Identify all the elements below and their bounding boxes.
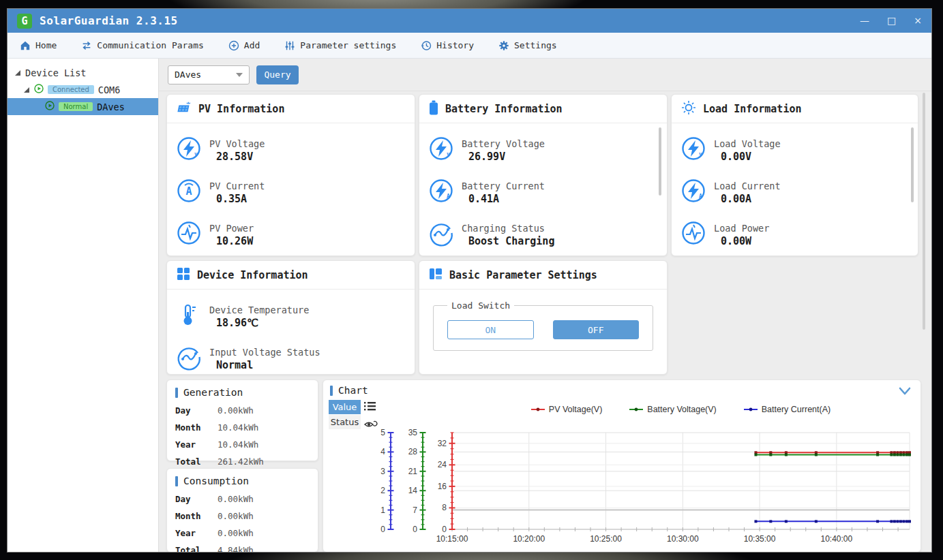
device-select[interactable]: DAves [168,65,250,84]
close-button[interactable]: × [914,9,922,33]
metric-label: PV Power [209,221,254,235]
bolt-a-icon: A [681,178,706,206]
menu-history[interactable]: History [421,40,474,51]
card-scrollbar[interactable] [659,127,661,196]
app-logo-icon: G [17,14,32,29]
tree-item-daves[interactable]: Normal DAves [8,98,158,115]
svg-text:10:20:00: 10:20:00 [513,534,545,544]
maximize-button[interactable]: □ [887,9,896,33]
play-circle-icon [45,101,55,112]
menu-parameter-settings[interactable]: Parameter settings [284,40,396,51]
svg-text:2: 2 [380,486,385,495]
card-title: Basic Parameter Settings [449,269,597,281]
metric-label: Device Temperature [209,303,309,317]
card-title: Load Information [703,103,802,115]
stat-row: Year10.04kWh [175,436,310,453]
menu-add[interactable]: Add [228,40,260,51]
device-temperature-row: Device Temperature 18.96℃ [167,295,415,337]
metric-label: Battery Current [462,179,545,193]
ampere-icon: A [177,178,201,206]
svg-text:14: 14 [408,486,418,495]
load-off-button[interactable]: OFF [553,320,640,339]
panel-title: Consumption [183,476,249,486]
metric-value: Normal [216,359,320,371]
generation-panel: Generation Day0.00kWh Month10.04kWh Year… [166,379,318,461]
menu-label: Home [35,40,57,50]
stat-row: Month10.04kWh [175,419,310,436]
pv-voltage-row: v PV Voltage 28.58V [167,129,415,171]
accent-bar [175,388,178,398]
load-on-button[interactable]: ON [447,320,534,339]
svg-text:21: 21 [408,467,418,476]
expand-triangle-icon[interactable] [23,84,30,95]
load-voltage-row: v Load Voltage 0.00V [672,129,918,171]
tree-item-com6[interactable]: Connected COM6 [8,81,158,98]
card-title: PV Information [198,103,284,115]
metric-value: 26.99V [468,151,545,163]
metric-label: Load Current [714,179,781,193]
device-information-card: Device Information Device Temperature 18… [166,260,415,375]
solar-panel-icon [177,101,192,117]
battery-information-card: Battery Information v Battery Voltage 26… [419,94,668,256]
accent-bar [175,476,178,486]
svg-text:3: 3 [380,467,385,476]
chevron-down-icon [236,73,243,77]
menu-label: Communication Params [97,40,204,50]
bolt-v-icon: v [681,136,706,164]
svg-text:24: 24 [438,460,447,469]
window-title: SolarGuardian 2.3.15 [40,14,178,27]
load-information-card: Load Information v Load Voltage 0.00V A … [671,94,918,256]
card-scrollbar[interactable] [911,127,914,202]
home-icon [20,40,31,51]
title-bar: G SolarGuardian 2.3.15 — □ × [8,9,931,33]
minimize-button[interactable]: — [860,9,869,33]
metric-value: Boost Charging [468,235,554,247]
charging-status-row: Charging Status Boost Charging [419,213,667,255]
metric-value: 0.00W [721,235,769,247]
bolt-v-icon: v [429,136,453,164]
device-tree: Device List Connected COM6 Normal DAves [8,59,159,552]
swap-arrows-icon [81,40,92,51]
svg-text:v: v [699,151,702,157]
svg-text:10:25:00: 10:25:00 [590,534,622,544]
svg-text:0: 0 [413,525,417,534]
battery-voltage-row: v Battery Voltage 26.99V [419,129,667,171]
device-select-value: DAves [175,69,201,80]
bolt-a-icon: A [429,178,453,206]
menu-settings[interactable]: Settings [498,40,557,51]
svg-text:16: 16 [438,482,447,491]
layout-icon [429,267,443,283]
menu-home[interactable]: Home [20,40,57,51]
load-switch-label: Load Switch [447,300,514,311]
load-switch-group: Load Switch ON OFF [433,300,653,351]
svg-text:v: v [194,151,198,157]
expand-triangle-icon[interactable] [14,67,21,78]
chart-panel: Chart Value Status PV Voltage(V)Battery … [323,379,921,552]
stat-row: Day0.00kWh [175,402,310,419]
svg-text:0: 0 [380,525,385,534]
bolt-v-icon: v [177,136,201,164]
thermometer-icon [177,302,201,330]
tree-root-device-list[interactable]: Device List [8,64,158,81]
svg-text:0: 0 [442,525,447,534]
main-scrollbar[interactable] [923,93,925,330]
query-button[interactable]: Query [256,65,299,84]
status-badge: Connected [48,85,94,94]
svg-text:A: A [699,193,702,200]
panel-title: Generation [183,387,243,398]
metric-value: 18.96℃ [216,317,309,329]
metric-label: PV Current [209,179,265,193]
menu-communication-params[interactable]: Communication Params [81,40,204,51]
stat-row: Year0.00kWh [175,525,310,542]
svg-text:35: 35 [408,428,418,437]
svg-text:8: 8 [442,503,447,512]
load-current-row: A Load Current 0.00A [672,171,918,213]
stat-row: Total4.84kWh [175,542,310,552]
svg-text:32: 32 [438,439,447,448]
pulse-icon [177,221,201,248]
metric-value: 0.00A [721,193,781,205]
line-chart[interactable]: 10:15:0010:20:0010:25:0010:30:0010:35:00… [323,380,920,552]
play-circle-icon [34,84,44,95]
status-badge: Normal [59,102,93,111]
svg-text:10:15:00: 10:15:00 [436,534,468,544]
